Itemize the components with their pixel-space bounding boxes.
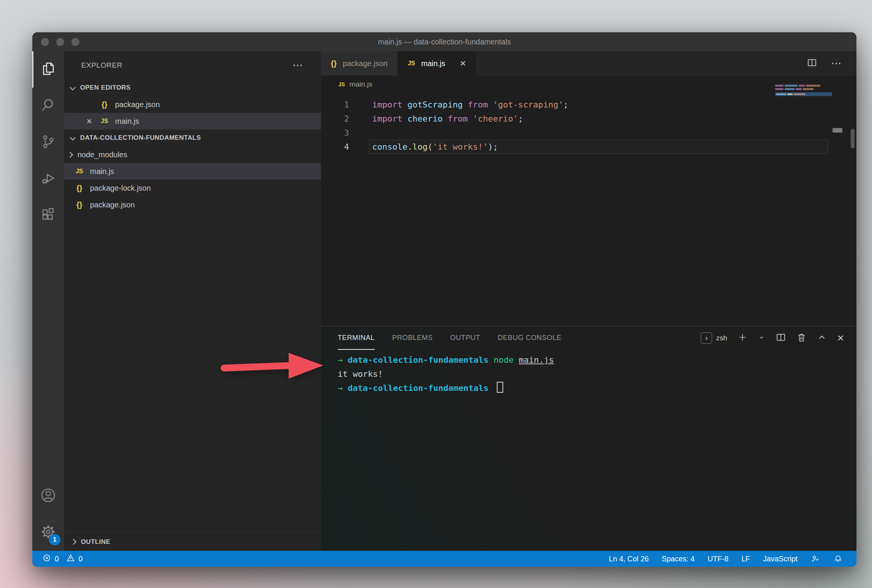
- close-icon[interactable]: ✕: [86, 117, 98, 126]
- title-bar[interactable]: main.js — data-collection-fundamentals: [32, 32, 856, 51]
- window-close-button[interactable]: [41, 38, 49, 46]
- sidebar-title: EXPLORER: [81, 61, 122, 70]
- tree-item-package-json[interactable]: {} package.json: [64, 196, 321, 213]
- section-outline[interactable]: OUTLINE: [64, 533, 321, 551]
- section-folder-root[interactable]: DATA-COLLECTION-FUNDAMENTALS: [64, 130, 321, 146]
- tab-bar: {} package.json JS main.js ✕: [321, 51, 856, 76]
- activity-run-debug[interactable]: [32, 161, 64, 197]
- activity-bar: 1: [32, 51, 64, 551]
- status-problems[interactable]: 0 0: [42, 553, 83, 564]
- tab-problems[interactable]: PROBLEMS: [392, 326, 433, 350]
- terminal-line: → data-collection-fundamentals: [338, 381, 856, 395]
- warning-icon: [66, 553, 75, 564]
- js-file-icon: JS: [408, 60, 415, 67]
- js-file-icon: JS: [73, 168, 86, 175]
- chevron-down-icon[interactable]: [758, 334, 765, 343]
- close-icon[interactable]: ✕: [460, 59, 466, 68]
- terminal-line: it works!: [338, 367, 856, 381]
- panel-header: TERMINAL PROBLEMS OUTPUT DEBUG CONSOLE z…: [321, 326, 856, 350]
- chevron-down-icon: [70, 84, 76, 90]
- chevron-down-icon: [70, 134, 76, 141]
- overview-ruler-marker: [833, 128, 842, 133]
- editor-more-actions-icon[interactable]: ⋯: [831, 62, 843, 65]
- code-editor[interactable]: 1 import gotScraping from 'got-scraping'…: [321, 93, 856, 326]
- status-encoding[interactable]: UTF-8: [708, 555, 728, 563]
- code-line: 2 import cheerio from 'cheerio';: [321, 112, 856, 126]
- tab-package-json[interactable]: {} package.json: [321, 51, 398, 76]
- minimap[interactable]: [775, 85, 832, 96]
- tab-output[interactable]: OUTPUT: [450, 326, 480, 350]
- split-editor-icon[interactable]: [807, 57, 817, 70]
- open-editor-package-json[interactable]: {} package.json: [64, 96, 321, 113]
- files-icon: [40, 61, 56, 78]
- json-file-icon: {}: [73, 184, 86, 193]
- close-panel-icon[interactable]: ✕: [837, 333, 844, 343]
- code-line: 1 import gotScraping from 'got-scraping'…: [321, 98, 856, 112]
- new-terminal-icon[interactable]: [738, 332, 747, 344]
- chevron-right-icon: [67, 152, 73, 158]
- chevron-right-icon: [71, 539, 77, 545]
- window-title: main.js — data-collection-fundamentals: [378, 38, 511, 46]
- tab-debug-console[interactable]: DEBUG CONSOLE: [498, 326, 561, 350]
- tree-item-node-modules[interactable]: node_modules: [64, 146, 321, 163]
- js-file-icon: JS: [98, 118, 111, 125]
- extensions-icon: [40, 207, 56, 224]
- tab-terminal[interactable]: TERMINAL: [338, 326, 375, 350]
- tree-item-main-js[interactable]: JS main.js: [64, 163, 321, 180]
- code-line: 3: [321, 126, 856, 140]
- kill-terminal-trash-icon[interactable]: [796, 332, 807, 344]
- person-check-icon[interactable]: [810, 554, 820, 564]
- split-terminal-icon[interactable]: [776, 332, 786, 344]
- terminal-icon: [701, 332, 712, 344]
- activity-settings[interactable]: 1: [32, 514, 64, 551]
- terminal-panel: TERMINAL PROBLEMS OUTPUT DEBUG CONSOLE z…: [321, 326, 856, 551]
- activity-account[interactable]: [32, 478, 64, 514]
- activity-source-control[interactable]: [32, 124, 64, 161]
- json-file-icon: {}: [98, 100, 111, 109]
- terminal-output[interactable]: → data-collection-fundamentals node main…: [321, 350, 856, 395]
- error-icon: [42, 553, 51, 564]
- maximize-panel-icon[interactable]: [817, 332, 827, 344]
- open-editor-main-js[interactable]: ✕ JS main.js: [64, 113, 321, 130]
- json-file-icon: {}: [331, 59, 337, 68]
- code-line-current: 4 console.log('it works!');: [321, 140, 856, 154]
- activity-explorer[interactable]: [32, 51, 64, 88]
- activity-extensions[interactable]: [32, 197, 64, 234]
- status-bar: 0 0 Ln 4, Col 26 Spaces: 4 UTF-8 LF Java…: [32, 551, 856, 567]
- editor-group: {} package.json JS main.js ✕: [321, 51, 856, 551]
- terminal-shell-selector[interactable]: zsh: [701, 332, 727, 344]
- json-file-icon: {}: [73, 201, 86, 209]
- git-branch-icon: [40, 134, 56, 151]
- window-zoom-button[interactable]: [71, 38, 79, 46]
- status-eol[interactable]: LF: [741, 555, 750, 563]
- vscode-window: main.js — data-collection-fundamentals: [32, 32, 856, 567]
- window-minimize-button[interactable]: [56, 38, 64, 46]
- more-actions-icon[interactable]: ⋯: [292, 63, 304, 67]
- section-open-editors[interactable]: OPEN EDITORS: [64, 79, 321, 96]
- tab-main-js[interactable]: JS main.js ✕: [398, 51, 476, 76]
- explorer-sidebar: EXPLORER ⋯ OPEN EDITORS {} package.json …: [64, 51, 321, 551]
- js-file-icon: JS: [338, 81, 345, 87]
- status-cursor-position[interactable]: Ln 4, Col 26: [609, 555, 649, 563]
- status-indentation[interactable]: Spaces: 4: [662, 555, 695, 563]
- terminal-line: → data-collection-fundamentals node main…: [338, 353, 856, 367]
- notifications-bell-icon[interactable]: [833, 554, 843, 564]
- account-icon: [40, 487, 57, 505]
- editor-scrollbar[interactable]: [851, 129, 855, 149]
- traffic-lights: [41, 32, 79, 51]
- status-language[interactable]: JavaScript: [763, 555, 798, 563]
- debug-icon: [40, 170, 56, 188]
- search-icon: [40, 97, 56, 115]
- settings-badge: 1: [49, 534, 60, 545]
- tree-item-package-lock-json[interactable]: {} package-lock.json: [64, 180, 321, 196]
- activity-search[interactable]: [32, 88, 64, 124]
